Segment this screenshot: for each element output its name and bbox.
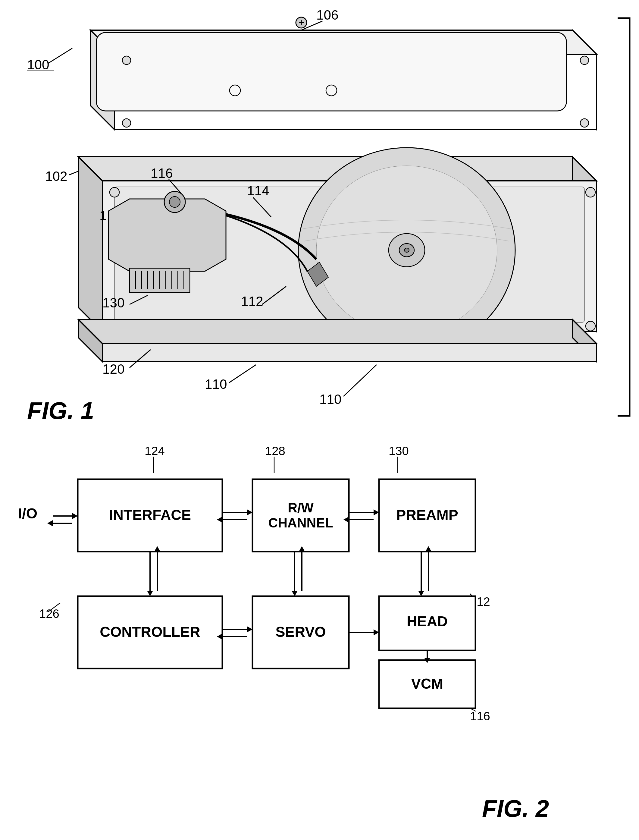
rw-channel-label2: CHANNEL [268,515,333,530]
ref-112a: 112 [241,294,263,309]
svg-point-38 [586,188,595,197]
fig1-illustration: 100 106 102 [0,0,639,431]
svg-marker-54 [72,513,78,519]
rw-channel-label1: R/W [288,500,314,515]
ref-100: 100 [27,57,49,72]
svg-point-25 [169,197,180,207]
io-label: I/O [18,506,37,522]
controller-label: CONTROLLER [100,624,200,640]
svg-point-9 [122,119,131,127]
ref-116: 116 [151,166,173,181]
preamp-label: PREAMP [396,507,458,523]
svg-marker-82 [374,629,379,635]
svg-line-0 [48,48,72,63]
fig2-label: FIG. 2 [482,795,549,822]
svg-marker-56 [47,520,53,526]
svg-marker-78 [418,591,424,596]
svg-marker-58 [247,509,253,515]
ref-130-fig2: 130 [389,444,409,458]
svg-line-45 [343,365,377,396]
page: 100 106 102 [0,0,639,840]
vcm-label: VCM [411,676,443,692]
fig1-label: FIG. 1 [27,397,94,424]
svg-point-20 [404,248,409,252]
ref-102: 102 [45,169,67,183]
svg-marker-70 [247,626,253,632]
ref-120: 120 [102,362,124,377]
ref-124: 124 [145,444,165,458]
svg-rect-3 [96,33,566,111]
ref-116-fig2: 116 [470,710,490,723]
svg-point-8 [580,56,589,65]
svg-point-37 [110,188,119,197]
head-label: HEAD [407,613,448,629]
svg-line-44 [229,365,256,383]
ref-114: 114 [247,183,269,198]
svg-point-10 [580,119,589,127]
svg-point-7 [122,56,131,65]
ref-126: 126 [39,607,59,620]
ref-110b: 110 [320,392,341,407]
svg-marker-66 [147,591,153,596]
fig2-illustration: 124 126 128 130 132 112 116 I/O INTERFAC… [0,431,639,840]
ref-106: 106 [316,8,339,22]
svg-marker-74 [292,591,298,596]
ref-128: 128 [265,444,285,458]
ref-130: 130 [102,295,124,310]
svg-point-40 [586,321,595,331]
ref-110a: 110 [205,377,227,391]
svg-marker-62 [374,509,379,515]
servo-label: SERVO [275,624,326,640]
interface-label: INTERFACE [109,507,191,523]
